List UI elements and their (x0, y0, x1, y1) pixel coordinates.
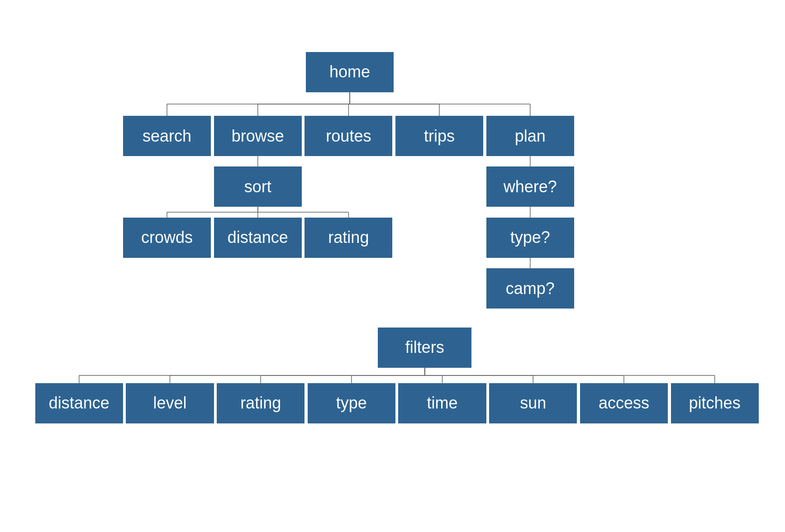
node-distance_sort[interactable]: distance (214, 218, 302, 258)
node-rating_f[interactable]: rating (217, 383, 304, 423)
node-plan[interactable]: plan (486, 116, 574, 156)
node-time[interactable]: time (398, 383, 486, 423)
node-type_f[interactable]: type (308, 383, 395, 423)
node-browse[interactable]: browse (214, 116, 302, 156)
node-pitches[interactable]: pitches (671, 383, 759, 423)
node-access[interactable]: access (580, 383, 668, 423)
node-sort[interactable]: sort (214, 166, 302, 207)
node-rating_sort[interactable]: rating (304, 218, 392, 258)
node-distance_f[interactable]: distance (35, 383, 123, 423)
node-routes[interactable]: routes (304, 116, 392, 156)
node-type_q[interactable]: type? (486, 218, 574, 258)
node-crowds[interactable]: crowds (123, 218, 211, 258)
tree-container: homesearchbrowseroutestripsplansortcrowd… (0, 0, 785, 532)
node-home[interactable]: home (306, 52, 394, 92)
node-search[interactable]: search (123, 116, 211, 156)
node-filters[interactable]: filters (378, 328, 471, 368)
node-trips[interactable]: trips (395, 116, 483, 156)
node-where[interactable]: where? (486, 166, 574, 207)
node-sun[interactable]: sun (489, 383, 577, 423)
node-level[interactable]: level (126, 383, 214, 423)
node-camp[interactable]: camp? (486, 268, 574, 309)
